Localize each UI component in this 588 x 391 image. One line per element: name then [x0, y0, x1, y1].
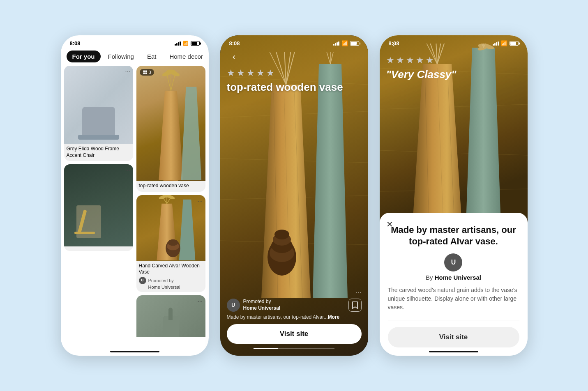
nav-eat[interactable]: Eat — [141, 51, 162, 62]
detail-visit-button[interactable]: Visit site — [388, 327, 519, 347]
promo-avatar: U — [227, 299, 240, 312]
brand-name-2: Home Universal — [243, 305, 281, 311]
promoted-label-2: Promoted by — [243, 299, 271, 304]
wifi-icon-3: 📶 — [501, 40, 507, 46]
phone-product: 8:08 📶 ‹ ★ — [220, 35, 368, 356]
promoted-brand: Home Universal — [139, 285, 203, 290]
time-2: 8:08 — [229, 40, 240, 46]
status-bar-1: 8:08 📶 — [61, 35, 209, 48]
detail-brand-name: Home Universal — [435, 274, 481, 281]
pin-more-bathroom[interactable]: ··· — [125, 167, 130, 174]
phone-feed: 8:08 📶 For you Following Eat Home decor — [61, 35, 209, 356]
pin-image-alvar — [136, 195, 205, 261]
pin-title-chair: Grey Elida Wood Frame Accent Chair — [67, 146, 131, 159]
nav-for-you[interactable]: For you — [67, 51, 101, 62]
promoted-label: Promoted by — [148, 278, 174, 283]
vase-promo-svg — [136, 66, 205, 181]
signal-icon — [175, 41, 181, 46]
product-view: 8:08 📶 ‹ ★ — [220, 35, 368, 356]
pin-card-vase-promo[interactable]: 3 top-rated wooden vase — [136, 66, 205, 192]
dstar-1: ★ — [386, 55, 394, 66]
progress-bar — [254, 348, 334, 349]
product-title: top-rated wooden vase — [227, 81, 362, 94]
back-button-2[interactable]: ‹ — [227, 50, 242, 64]
bookmark-icon — [352, 301, 358, 309]
pin-more-soap[interactable]: ··· — [197, 298, 203, 305]
product-header: ‹ ★ ★ ★ ★ ★ top-rated wooden vase — [220, 48, 368, 94]
svg-marker-1 — [181, 87, 201, 180]
pin-info-alvar: Hand Carved Alvar Wooden Vase U Promoted… — [136, 261, 205, 292]
more-link[interactable]: More — [328, 314, 340, 320]
pin-info-vase-promo: top-rated wooden vase — [136, 181, 205, 192]
pin-card-bathroom[interactable]: ··· — [64, 164, 133, 251]
detail-avatar: U — [444, 253, 462, 271]
pin-card-soap[interactable]: Green Bathroom Glass Soap Dispenser ··· — [136, 295, 205, 337]
feed-nav: For you Following Eat Home decor — [61, 48, 209, 66]
bookmark-button[interactable] — [348, 299, 362, 312]
dstar-5: ★ — [426, 55, 434, 66]
progress-fill — [254, 348, 278, 349]
more-dots[interactable]: ··· — [227, 288, 362, 297]
time-3: 8:08 — [389, 40, 399, 46]
star-5: ★ — [266, 68, 274, 78]
nav-home-decor[interactable]: Home decor — [164, 51, 208, 62]
feed-grid: Grey Elida Wood Frame Accent Chair ··· ·… — [61, 66, 209, 337]
board-count: 3 — [149, 70, 151, 75]
pin-card-alvar[interactable]: Hand Carved Alvar Wooden Vase U Promoted… — [136, 195, 205, 292]
status-bar-2: 8:08 📶 — [220, 35, 368, 48]
product-spacer — [220, 94, 368, 288]
detail-title: "Very Classy" — [386, 68, 521, 81]
pin-title-vase-promo: top-rated wooden vase — [139, 183, 203, 189]
star-2: ★ — [237, 68, 245, 78]
pin-info-bathroom — [64, 246, 133, 251]
pin-info-chair: Grey Elida Wood Frame Accent Chair — [64, 144, 133, 161]
svg-rect-8 — [143, 71, 145, 72]
status-icons-1: 📶 — [175, 41, 200, 46]
pin-card-chair[interactable]: Grey Elida Wood Frame Accent Chair ··· — [64, 66, 133, 161]
status-bar-3: 8:08 📶 — [380, 35, 528, 48]
detail-stars: ★ ★ ★ ★ ★ — [386, 55, 521, 66]
phone-detail: 8:08 📶 ‹ ★ ★ ★ ★ — [380, 35, 528, 356]
signal-icon-3 — [493, 41, 499, 46]
detail-desc: The carved wood's natural grain adds to … — [388, 286, 519, 312]
detail-sheet: ✕ Made by master artisans, our top-rated… — [380, 213, 528, 356]
svg-point-22 — [168, 239, 178, 246]
home-indicator-1 — [110, 351, 159, 352]
alvar-vase-svg — [136, 195, 205, 261]
dstar-4: ★ — [416, 55, 424, 66]
star-4: ★ — [256, 68, 265, 78]
dstar-3: ★ — [406, 55, 414, 66]
product-desc: Made by master artisans, our top-rated A… — [227, 314, 362, 320]
detail-view: 8:08 📶 ‹ ★ ★ ★ ★ — [380, 35, 528, 356]
wifi-icon: 📶 — [183, 41, 189, 46]
status-icons-3: 📶 — [493, 40, 519, 46]
product-overlay: 8:08 📶 ‹ ★ — [220, 35, 368, 356]
svg-marker-58 — [413, 64, 462, 224]
visit-site-button-2[interactable]: Visit site — [227, 324, 362, 344]
pin-more-chair[interactable]: ··· — [125, 68, 130, 76]
detail-headline: Made by master artisans, our top-rated A… — [388, 223, 519, 247]
product-stars: ★ ★ ★ ★ ★ — [227, 68, 362, 78]
svg-rect-11 — [145, 73, 147, 74]
detail-by: By Home Universal — [426, 274, 481, 281]
brand-col: U By Home Universal — [426, 253, 481, 281]
alvar-avatar: U — [139, 277, 146, 284]
pin-board-badge: 3 — [140, 69, 154, 76]
wifi-icon-2: 📶 — [341, 40, 348, 46]
star-1: ★ — [227, 68, 235, 78]
pin-more-alvar[interactable]: ··· — [197, 198, 203, 205]
battery-icon-2 — [350, 41, 359, 46]
close-button[interactable]: ✕ — [386, 219, 393, 229]
svg-rect-9 — [145, 71, 147, 72]
svg-marker-13 — [179, 199, 195, 260]
battery-icon — [191, 41, 200, 46]
feed-col-1: Grey Elida Wood Frame Accent Chair ··· ·… — [64, 66, 133, 337]
pin-title-alvar: Hand Carved Alvar Wooden Vase — [139, 263, 203, 276]
promo-row: U Promoted by Home Universal — [227, 299, 362, 312]
signal-icon-2 — [333, 41, 339, 46]
product-bottom: ··· U Promoted by Home Universal — [220, 288, 368, 356]
time-1: 8:08 — [70, 40, 81, 46]
promo-left: U Promoted by Home Universal — [227, 299, 281, 312]
nav-following[interactable]: Following — [102, 51, 140, 62]
home-indicator-3 — [429, 351, 478, 352]
